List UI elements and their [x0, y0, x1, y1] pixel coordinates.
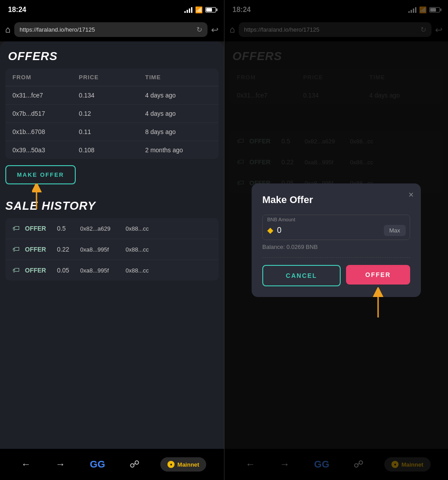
- sale-price-1: 0.22: [57, 246, 75, 253]
- balance-text: Balance: 0.0269 BNB: [262, 244, 410, 250]
- tag-icon: 🏷: [12, 266, 20, 274]
- table-row: 0x39...50a3 0.108 2 months ago: [5, 141, 219, 159]
- td-from-3: 0x39...50a3: [12, 146, 79, 154]
- td-time-1: 4 days ago: [145, 110, 212, 117]
- offer-arrow-annotation: [367, 287, 389, 318]
- modal-overlay[interactable]: × Make Offer BNB Amount ◆ Max Balance: 0…: [224, 0, 448, 480]
- table-row: 0x7b...d517 0.12 4 days ago: [5, 105, 219, 123]
- sale-label-2: OFFER: [25, 267, 52, 274]
- td-price-3: 0.108: [79, 146, 145, 154]
- reload-icon[interactable]: [196, 25, 202, 34]
- sale-addr2-2: 0x88...cc: [126, 267, 149, 274]
- bookmark-button[interactable]: ☍: [126, 455, 143, 474]
- mainnet-pill[interactable]: ♦ Mainnet: [160, 457, 206, 472]
- td-price-1: 0.12: [79, 110, 145, 117]
- table-row: 0x1b...6708 0.11 8 days ago: [5, 123, 219, 141]
- signal-bars-icon: [184, 7, 192, 13]
- modal-close-button[interactable]: ×: [408, 190, 414, 200]
- bnb-logo: ♦: [167, 461, 175, 468]
- left-phone-panel: 18:24 📶 https://faraland.io/hero/17125 O…: [0, 0, 224, 480]
- google-button[interactable]: G: [86, 455, 109, 474]
- table-row: 0x31...fce7 0.134 4 days ago: [5, 86, 219, 105]
- make-offer-modal: × Make Offer BNB Amount ◆ Max Balance: 0…: [252, 183, 421, 297]
- home-icon[interactable]: [5, 24, 11, 35]
- sale-price-0: 0.5: [57, 225, 75, 232]
- sale-addr1-1: 0xa8...995f: [80, 246, 120, 253]
- th-from: FROM: [12, 74, 79, 81]
- sale-label-1: OFFER: [25, 246, 52, 253]
- sale-row: 🏷 OFFER 0.22 0xa8...995f 0x88...cc: [5, 239, 219, 260]
- th-price: PRICE: [79, 74, 145, 81]
- td-from-1: 0x7b...d517: [12, 110, 79, 117]
- wifi-icon: 📶: [195, 6, 203, 13]
- td-time-2: 8 days ago: [145, 128, 212, 135]
- td-price-2: 0.11: [79, 128, 145, 135]
- sale-row: 🏷 OFFER 0.05 0xa8...995f 0x88...cc: [5, 260, 219, 281]
- sale-addr1-2: 0xa8...995f: [80, 267, 120, 274]
- offer-button[interactable]: OFFER: [346, 265, 410, 285]
- history-icon[interactable]: [211, 24, 219, 35]
- sale-label-0: OFFER: [25, 225, 52, 232]
- th-time: TIME: [145, 74, 212, 81]
- max-button[interactable]: Max: [384, 225, 406, 236]
- tag-icon: 🏷: [12, 224, 20, 232]
- modal-title: Make Offer: [262, 194, 410, 206]
- right-phone-panel: 18:24 📶 https://faraland.io/hero/17125 O…: [224, 0, 448, 480]
- mainnet-label: Mainnet: [177, 461, 199, 468]
- sale-addr2-0: 0x88...cc: [126, 225, 149, 232]
- left-status-time: 18:24: [8, 6, 26, 14]
- left-url-text: https://faraland.io/hero/17125: [20, 26, 95, 33]
- make-offer-button[interactable]: MAKE OFFER: [5, 165, 76, 184]
- make-offer-area: MAKE OFFER: [5, 159, 219, 199]
- td-from-0: 0x31...fce7: [12, 92, 79, 99]
- td-from-2: 0x1b...6708: [12, 128, 79, 135]
- back-button[interactable]: ←: [18, 455, 35, 474]
- modal-divider: [262, 257, 410, 258]
- left-address-bar: https://faraland.io/hero/17125: [0, 20, 224, 41]
- bnb-amount-label: BNB Amount: [267, 217, 405, 222]
- td-time-3: 2 months ago: [145, 146, 212, 154]
- sale-addr2-1: 0x88...cc: [126, 246, 149, 253]
- td-price-0: 0.134: [79, 92, 145, 99]
- td-time-0: 4 days ago: [145, 92, 212, 99]
- input-row: ◆ Max: [267, 225, 405, 236]
- battery-icon: [205, 7, 216, 12]
- forward-button[interactable]: →: [52, 455, 69, 474]
- cancel-button[interactable]: CANCEL: [262, 265, 341, 286]
- tag-icon: 🏷: [12, 245, 20, 253]
- left-offers-table: FROM PRICE TIME 0x31...fce7 0.134 4 days…: [5, 69, 219, 159]
- bnb-symbol-icon: ◆: [267, 225, 273, 235]
- left-bottom-nav: ← → G ☍ ♦ Mainnet: [0, 449, 224, 480]
- left-sale-history-table: 🏷 OFFER 0.5 0x82...a629 0x88...cc 🏷 OFFE…: [5, 218, 219, 281]
- bnb-amount-input-group: BNB Amount ◆ Max: [262, 215, 410, 240]
- sale-price-2: 0.05: [57, 267, 75, 274]
- sale-row: 🏷 OFFER 0.5 0x82...a629 0x88...cc: [5, 218, 219, 239]
- left-status-icons: 📶: [184, 6, 216, 13]
- sale-addr1-0: 0x82...a629: [80, 225, 120, 232]
- left-url-bar[interactable]: https://faraland.io/hero/17125: [14, 22, 208, 37]
- left-offers-title: OFFERS: [0, 41, 224, 69]
- left-sale-history-section: SALE HISTORY 🏷 OFFER 0.5 0x82...a629 0x8…: [0, 199, 224, 281]
- arrow-annotation: [32, 183, 54, 210]
- modal-buttons: CANCEL OFFER: [262, 265, 410, 286]
- left-status-bar: 18:24 📶: [0, 0, 224, 20]
- left-table-header: FROM PRICE TIME: [5, 69, 219, 86]
- left-page-content: OFFERS FROM PRICE TIME 0x31...fce7 0.134…: [0, 41, 224, 449]
- bnb-amount-field[interactable]: [277, 226, 380, 235]
